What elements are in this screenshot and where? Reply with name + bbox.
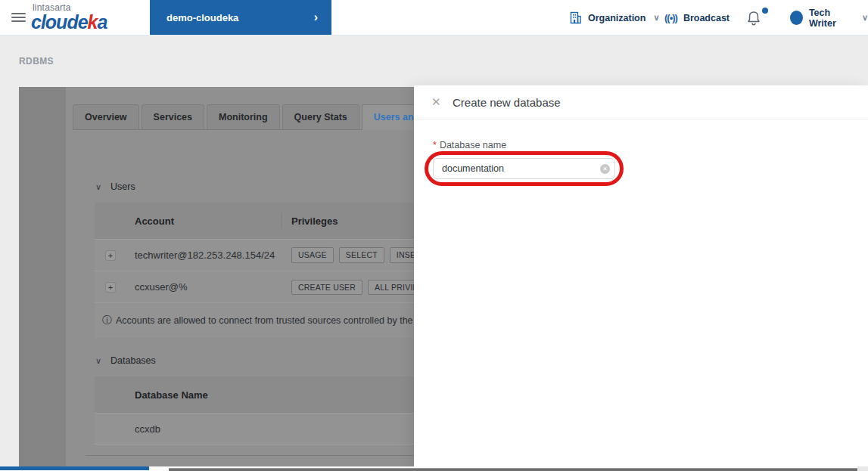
cloudeka-logo: lintasarta cloudeka bbox=[31, 3, 107, 32]
notifications-button[interactable] bbox=[746, 0, 769, 36]
menu-hamburger-icon[interactable] bbox=[11, 13, 26, 23]
close-icon[interactable]: ✕ bbox=[431, 95, 441, 109]
chevron-down-icon: ∨ bbox=[653, 13, 659, 23]
drawer-header: ✕ Create new database bbox=[414, 85, 868, 119]
avatar bbox=[790, 11, 803, 25]
column-header-account: Account bbox=[135, 215, 174, 227]
expand-row-button[interactable]: + bbox=[105, 282, 116, 293]
drawer-title: Create new database bbox=[453, 96, 561, 109]
horizontal-scrollbar[interactable] bbox=[169, 468, 857, 471]
account-cell: techwriter@182.253.248.154/24 bbox=[135, 249, 275, 261]
project-name: demo-cloudeka bbox=[166, 12, 238, 23]
privilege-badge: USAGE bbox=[291, 247, 334, 263]
project-selector-button[interactable]: demo-cloudeka › bbox=[150, 0, 331, 35]
database-name-input[interactable] bbox=[433, 158, 615, 179]
chevron-right-icon: › bbox=[314, 11, 318, 24]
scrollbar-corner bbox=[857, 466, 868, 471]
notification-dot bbox=[762, 8, 768, 14]
chevron-down-icon: ∨ bbox=[95, 182, 101, 192]
tab-services[interactable]: Services bbox=[142, 104, 204, 130]
bottom-blue-bar bbox=[0, 466, 149, 470]
column-separator bbox=[281, 212, 282, 229]
database-name-label: *Database name bbox=[433, 140, 506, 150]
organization-menu[interactable]: Organization ∨ bbox=[569, 0, 659, 36]
bell-icon bbox=[746, 10, 761, 26]
privilege-badge: SELECT bbox=[339, 247, 384, 263]
users-section-title: Users bbox=[110, 181, 135, 192]
breadcrumb: RDBMS bbox=[19, 56, 54, 67]
database-name-cell: ccxdb bbox=[135, 423, 160, 435]
clear-input-icon[interactable]: ✕ bbox=[600, 164, 610, 174]
user-menu[interactable]: Tech Writer ∨ bbox=[790, 0, 868, 36]
create-database-drawer: ✕ Create new database *Database name ✕ bbox=[414, 85, 868, 471]
required-asterisk: * bbox=[433, 140, 437, 150]
logo-brand-text: cloudeka bbox=[31, 13, 107, 32]
organization-label: Organization bbox=[588, 13, 646, 23]
firewall-note: ⓘAccounts are allowed to connect from tr… bbox=[102, 314, 432, 327]
chevron-down-icon: ∨ bbox=[862, 13, 868, 23]
info-icon: ⓘ bbox=[102, 315, 112, 326]
expand-row-button[interactable]: + bbox=[105, 250, 116, 261]
privilege-badge: CREATE USER bbox=[291, 280, 362, 295]
databases-section-toggle[interactable]: ∨ Databases bbox=[95, 355, 156, 366]
organization-building-icon bbox=[569, 11, 582, 24]
databases-section-title: Databases bbox=[110, 355, 156, 366]
tab-query-stats[interactable]: Query Stats bbox=[282, 104, 359, 130]
broadcast-icon: ((•)) bbox=[664, 12, 677, 23]
account-cell: ccxuser@% bbox=[135, 281, 188, 293]
tab-overview[interactable]: Overview bbox=[73, 104, 139, 130]
user-name: Tech Writer bbox=[809, 8, 854, 29]
chevron-down-icon: ∨ bbox=[95, 356, 101, 366]
broadcast-label: Broadcast bbox=[683, 13, 730, 23]
column-header-privileges: Privileges bbox=[291, 215, 338, 227]
users-section-toggle[interactable]: ∨ Users bbox=[95, 181, 135, 192]
broadcast-menu[interactable]: ((•)) Broadcast bbox=[664, 0, 730, 36]
tab-monitoring[interactable]: Monitoring bbox=[207, 104, 280, 130]
column-header-database-name: Database Name bbox=[135, 389, 208, 401]
top-navbar: lintasarta cloudeka demo-cloudeka › Orga… bbox=[0, 0, 868, 36]
